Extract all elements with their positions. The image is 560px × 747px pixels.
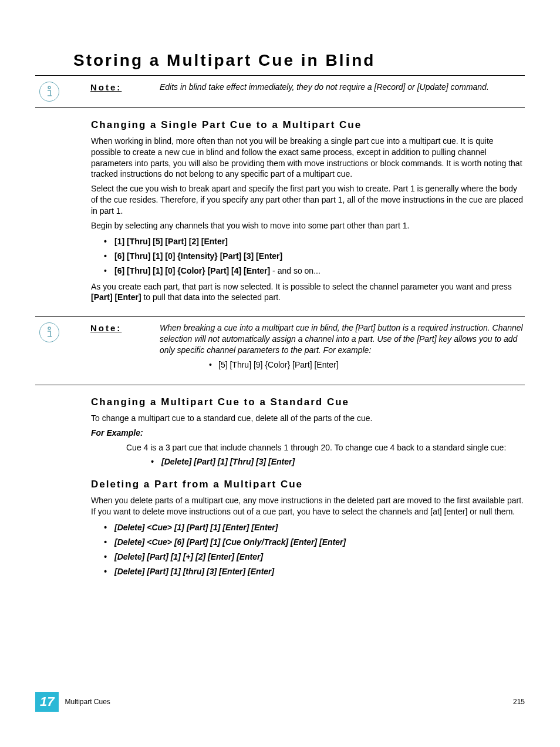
list-item: [Delete] <Cue> [1] [Part] [1] [Enter] [E…: [114, 522, 525, 533]
info-icon: [39, 82, 59, 102]
list-item: [6] [Thru] [1] [0] {Color} [Part] [4] [E…: [114, 265, 525, 277]
body-text: Begin by selecting any channels that you…: [91, 220, 525, 231]
list-item: •[5] [Thru] [9] {Color} [Part] [Enter]: [218, 359, 525, 371]
page-number: 215: [513, 697, 525, 706]
page-footer: 17 Multipart Cues 215: [35, 692, 525, 712]
page-title: Storing a Multipart Cue in Blind: [73, 49, 525, 72]
section-heading: Changing a Single Part Cue to a Multipar…: [91, 119, 525, 132]
example-text: Cue 4 is a 3 part cue that include chann…: [126, 442, 519, 453]
note-label: Note:: [90, 82, 160, 93]
svg-point-0: [48, 86, 50, 89]
list-item: [1] [Thru] [5] [Part] [2] [Enter]: [114, 236, 525, 247]
section-heading: Deleting a Part from a Multipart Cue: [91, 478, 525, 492]
info-icon: [39, 322, 59, 342]
footer-section: Multipart Cues: [65, 697, 110, 706]
body-text: When working in blind, more often than n…: [91, 136, 525, 180]
body-text: When you delete parts of a multipart cue…: [91, 495, 525, 517]
note-label: Note:: [90, 322, 160, 356]
list-item: [6] [Thru] [1] [0] {Intensity} [Part] [3…: [114, 251, 525, 262]
list-item: [Delete] [Part] [1] [+] [2] [Enter] [Ent…: [114, 551, 525, 563]
body-text: Select the cue you wish to break apart a…: [91, 183, 525, 217]
body-text: To change a multipart cue to a standard …: [91, 413, 525, 424]
note-text: When breaking a cue into a multipart cue…: [160, 322, 525, 356]
list-item: [Delete] [Part] [1] [thru] [3] [Enter] […: [114, 566, 525, 577]
svg-point-1: [48, 327, 50, 329]
list-item: [Delete] [Part] [1] [Thru] [3] [Enter]: [161, 456, 519, 467]
note-block-1: Note: Edits in blind take effect immedia…: [35, 75, 525, 108]
chapter-number: 17: [35, 692, 59, 712]
section-heading: Changing a Multipart Cue to a Standard C…: [91, 396, 525, 409]
list-item: [Delete] <Cue> [6] [Part] [1] [Cue Only/…: [114, 537, 525, 548]
note-block-2: Note: When breaking a cue into a multipa…: [35, 316, 525, 385]
note-text: Edits in blind take effect immediately, …: [160, 82, 525, 93]
body-text: As you create each part, that part is no…: [91, 281, 525, 304]
example-label: For Example:: [91, 428, 525, 439]
